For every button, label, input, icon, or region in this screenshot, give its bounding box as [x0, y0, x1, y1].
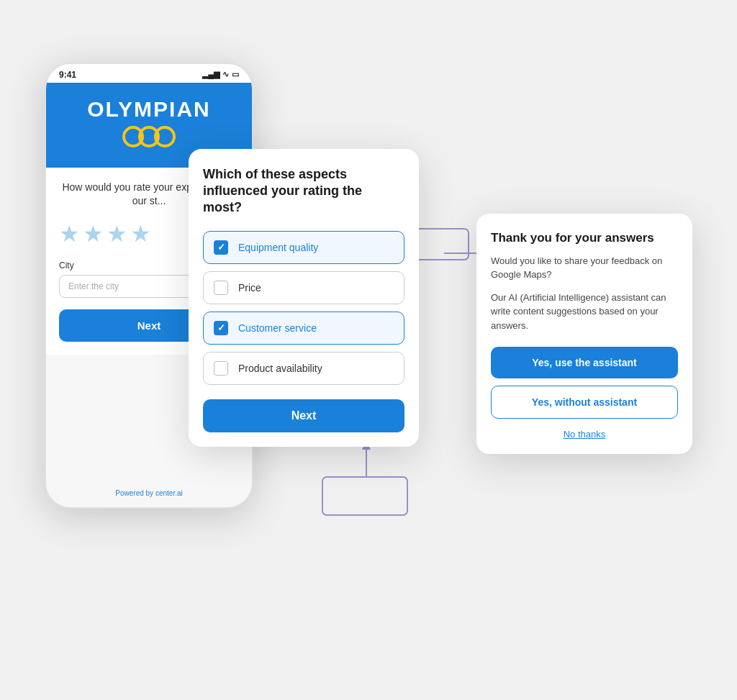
ai-description: Our AI (Artificial Intelligence) assista… [491, 291, 678, 333]
middle-next-button[interactable]: Next [203, 399, 404, 432]
checkbox-equipment-quality[interactable] [214, 240, 228, 255]
yes-assistant-button[interactable]: Yes, use the assistant [491, 347, 678, 378]
star-4[interactable]: ★ [130, 220, 151, 247]
checkbox-price[interactable] [214, 281, 228, 295]
google-maps-prompt: Would you like to share your feedback on… [491, 254, 678, 282]
option-equipment-quality[interactable]: Equipment quality [203, 231, 404, 264]
option-price[interactable]: Price [203, 271, 404, 304]
powered-by-label: Powered by [115, 489, 153, 497]
brand-link: center.ai [155, 489, 183, 497]
star-1[interactable]: ★ [59, 220, 80, 247]
status-bar: 9:41 ▂▄▆ ∿ ▭ [46, 64, 252, 83]
logo-text: OLYMPIAN [60, 97, 238, 122]
aspects-card: Which of these aspects influenced your r… [189, 149, 419, 447]
yes-no-assistant-button[interactable]: Yes, without assistant [491, 386, 678, 419]
star-3[interactable]: ★ [107, 220, 127, 247]
logo-rings [60, 126, 238, 147]
option-label-price: Price [238, 282, 261, 294]
wifi-icon: ∿ [222, 70, 229, 79]
battery-icon: ▭ [232, 70, 239, 79]
phone-footer: Powered by center.ai [46, 489, 252, 497]
checkbox-customer-service[interactable] [214, 321, 228, 335]
checkbox-product-availability[interactable] [214, 361, 228, 376]
signal-icon: ▂▄▆ [202, 70, 220, 79]
option-label-equipment-quality: Equipment quality [238, 242, 318, 253]
time: 9:41 [59, 70, 76, 80]
thank-you-title: Thank you for your answers [491, 231, 678, 245]
option-label-product-availability: Product availability [238, 363, 322, 374]
aspects-title: Which of these aspects influenced your r… [203, 166, 404, 217]
status-icons: ▂▄▆ ∿ ▭ [202, 70, 239, 79]
option-label-customer-service: Customer service [238, 322, 317, 334]
option-customer-service[interactable]: Customer service [203, 312, 404, 345]
star-2[interactable]: ★ [83, 220, 104, 247]
ring-3 [154, 126, 176, 147]
city-placeholder: Enter the city [68, 281, 119, 291]
no-thanks-link[interactable]: No thanks [491, 429, 678, 440]
thank-you-card: Thank you for your answers Would you lik… [476, 214, 692, 455]
option-product-availability[interactable]: Product availability [203, 352, 404, 385]
